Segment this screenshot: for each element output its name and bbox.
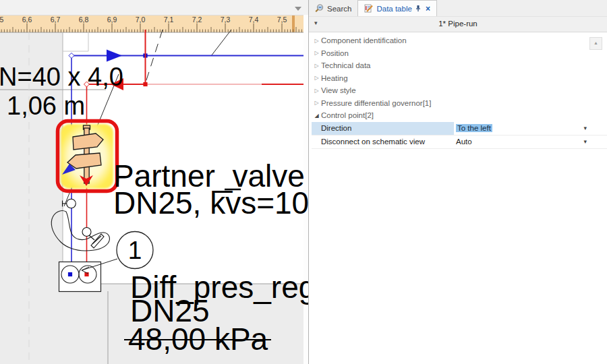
tree-item-pressure-differential-governor[interactable]: ▷ Pressure differential governor[1] bbox=[309, 97, 607, 110]
return-junction-node[interactable] bbox=[143, 82, 147, 86]
svg-text:6,8: 6,8 bbox=[79, 16, 89, 24]
expander-icon[interactable]: ▷ bbox=[312, 63, 321, 69]
direction-combobox[interactable]: To the left bbox=[454, 124, 583, 132]
tree-item-heating[interactable]: ▷ Heating bbox=[309, 72, 607, 85]
selected-valve[interactable] bbox=[58, 121, 117, 191]
expander-icon[interactable]: ▷ bbox=[312, 75, 321, 81]
scroll-up-button[interactable]: ▲ bbox=[589, 37, 602, 50]
pipe-length-label[interactable]: 1,06 m bbox=[7, 92, 85, 120]
property-value: Auto bbox=[456, 138, 472, 146]
disconnect-combobox[interactable]: Auto bbox=[454, 138, 583, 146]
supply-port-node bbox=[68, 272, 72, 276]
expander-icon[interactable]: ▷ bbox=[312, 50, 321, 56]
expander-icon[interactable]: ▷ bbox=[312, 88, 321, 94]
tree-item-control-point[interactable]: ◢ Control point[2] bbox=[309, 109, 607, 122]
property-row-disconnect[interactable]: Disconnect on schematic view Auto ▾ bbox=[312, 135, 607, 149]
search-icon bbox=[315, 4, 324, 13]
tab-search-label: Search bbox=[327, 5, 351, 13]
tree-item-technical-data[interactable]: ▷ Technical data bbox=[309, 59, 607, 72]
dropdown-arrow-icon[interactable]: ▾ bbox=[583, 138, 587, 145]
panel-header: ▾ 1* Pipe-run bbox=[309, 17, 607, 32]
valve-spec-label[interactable]: DN25, kvs=10 bbox=[113, 185, 308, 220]
svg-text:7,0: 7,0 bbox=[136, 16, 146, 24]
collapse-icon[interactable]: ◢ bbox=[312, 113, 321, 119]
data-table-icon bbox=[364, 4, 373, 13]
panel-tabbar: Search Data table × bbox=[309, 0, 607, 17]
tab-search[interactable]: Search bbox=[309, 1, 357, 16]
svg-text:7,2: 7,2 bbox=[192, 16, 202, 24]
svg-text:7,4: 7,4 bbox=[249, 16, 259, 24]
svg-text:6,7: 6,7 bbox=[51, 16, 61, 24]
property-label: Direction bbox=[312, 122, 454, 135]
property-value-selected: To the left bbox=[456, 124, 492, 132]
dropdown-arrow-icon[interactable]: ▾ bbox=[583, 125, 587, 131]
property-row-direction[interactable]: Direction To the left ▾ bbox=[312, 122, 607, 135]
canvas-top-strip bbox=[0, 0, 308, 16]
svg-text:6,5: 6,5 bbox=[0, 16, 3, 24]
pipe-dimension-label[interactable]: N=40 x 4,0 bbox=[0, 63, 123, 91]
drawing-canvas[interactable]: 6,56,66,76,86,97,07,17,27,37,47,5 bbox=[0, 0, 308, 364]
tree-item-component-identification[interactable]: ▷ Component identification bbox=[309, 34, 607, 47]
tree-item-view-style[interactable]: ▷ View style bbox=[309, 84, 607, 97]
horizontal-ruler: 6,56,66,76,86,97,07,17,27,37,47,5 bbox=[0, 16, 304, 32]
tree-item-position[interactable]: ▷ Position bbox=[309, 47, 607, 60]
svg-text:7,3: 7,3 bbox=[221, 16, 231, 24]
tab-data-table[interactable]: Data table × bbox=[357, 0, 436, 16]
tab-data-table-label: Data table bbox=[376, 5, 411, 13]
svg-text:7,5: 7,5 bbox=[277, 16, 287, 24]
data-table-panel: Search Data table × ▾ 1* Pipe-run ▷ Comp… bbox=[308, 0, 607, 364]
property-label: Disconnect on schematic view bbox=[312, 135, 454, 148]
svg-text:6,6: 6,6 bbox=[22, 16, 32, 24]
balloon-number: 1 bbox=[128, 237, 142, 264]
svg-text:7,1: 7,1 bbox=[164, 16, 174, 24]
svg-text:6,9: 6,9 bbox=[107, 16, 117, 24]
property-grid: ▷ Component identification ▷ Position ▷ … bbox=[309, 32, 607, 364]
close-icon[interactable]: × bbox=[426, 5, 430, 13]
expander-icon[interactable]: ▷ bbox=[312, 100, 321, 106]
panel-title: 1* Pipe-run bbox=[309, 20, 607, 28]
pin-icon[interactable] bbox=[415, 5, 421, 12]
expander-icon[interactable]: ▷ bbox=[312, 38, 321, 44]
